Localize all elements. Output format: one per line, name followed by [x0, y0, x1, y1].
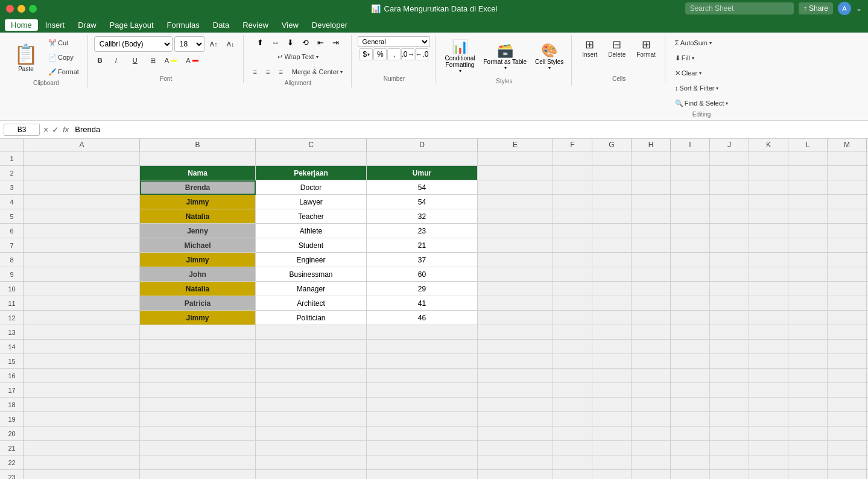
cell-B13[interactable] [140, 325, 256, 340]
cell-F11[interactable] [553, 296, 592, 311]
cell-J7[interactable] [710, 238, 749, 253]
cell-E16[interactable] [478, 369, 553, 383]
cell-L20[interactable] [788, 427, 828, 441]
font-color-button[interactable]: A [182, 54, 201, 67]
row-number-19[interactable]: 19 [0, 412, 24, 427]
row-number-16[interactable]: 16 [0, 369, 24, 383]
indent-increase-button[interactable]: ⇥ [329, 36, 342, 48]
cell-H14[interactable] [632, 340, 671, 354]
increase-font-size-button[interactable]: A↑ [206, 37, 221, 51]
cell-A3[interactable] [24, 180, 140, 195]
cell-C13[interactable] [256, 325, 367, 340]
cell-M19[interactable] [828, 412, 867, 427]
currency-button[interactable]: $▾ [360, 48, 373, 60]
cell-C9[interactable]: Businessman [256, 267, 367, 282]
search-sheet-input[interactable] [685, 2, 794, 14]
cell-H3[interactable] [632, 180, 671, 195]
cell-C21[interactable] [256, 441, 367, 455]
cell-L19[interactable] [788, 412, 828, 427]
row-number-21[interactable]: 21 [0, 441, 24, 455]
cell-M6[interactable] [828, 224, 867, 238]
cell-L3[interactable] [788, 180, 828, 195]
cell-K8[interactable] [749, 253, 788, 267]
cell-I1[interactable] [671, 151, 710, 166]
col-header-l[interactable]: L [788, 139, 828, 151]
confirm-formula-icon[interactable]: ✓ [52, 125, 59, 135]
cell-L13[interactable] [788, 325, 828, 340]
cell-J21[interactable] [710, 441, 749, 455]
cell-C4[interactable]: Lawyer [256, 195, 367, 209]
cell-J5[interactable] [710, 209, 749, 224]
cell-D21[interactable] [367, 441, 478, 455]
format-as-table-button[interactable]: 🗃️ Format as Table ▾ [481, 39, 530, 75]
cell-L6[interactable] [788, 224, 828, 238]
cell-F1[interactable] [553, 151, 592, 166]
cell-G5[interactable] [592, 209, 632, 224]
cell-C16[interactable] [256, 369, 367, 383]
cell-A19[interactable] [24, 412, 140, 427]
col-header-g[interactable]: G [592, 139, 632, 151]
col-header-m[interactable]: M [828, 139, 867, 151]
cell-H22[interactable] [632, 455, 671, 470]
cancel-formula-icon[interactable]: × [43, 125, 48, 135]
cell-F21[interactable] [553, 441, 592, 455]
cell-D17[interactable] [367, 383, 478, 398]
row-number-12[interactable]: 12 [0, 311, 24, 325]
cell-I3[interactable] [671, 180, 710, 195]
row-number-13[interactable]: 13 [0, 325, 24, 340]
cell-G3[interactable] [592, 180, 632, 195]
cell-C5[interactable]: Teacher [256, 209, 367, 224]
cell-A11[interactable] [24, 296, 140, 311]
format-cells-button[interactable]: ⊞ Format [632, 36, 660, 60]
cell-E13[interactable] [478, 325, 553, 340]
cell-I11[interactable] [671, 296, 710, 311]
cell-I15[interactable] [671, 354, 710, 369]
cell-A20[interactable] [24, 427, 140, 441]
cell-K13[interactable] [749, 325, 788, 340]
cell-E15[interactable] [478, 354, 553, 369]
cell-K12[interactable] [749, 311, 788, 325]
cell-B20[interactable] [140, 427, 256, 441]
cell-F2[interactable] [553, 166, 592, 180]
cell-G8[interactable] [592, 253, 632, 267]
cell-B4[interactable]: Jimmy [140, 195, 256, 209]
cell-G19[interactable] [592, 412, 632, 427]
cell-A12[interactable] [24, 311, 140, 325]
cell-reference-box[interactable]: B3 [4, 124, 40, 136]
cell-M22[interactable] [828, 455, 867, 470]
cell-C19[interactable] [256, 412, 367, 427]
cell-L16[interactable] [788, 369, 828, 383]
indent-decrease-button[interactable]: ⇤ [314, 36, 327, 48]
cell-J20[interactable] [710, 427, 749, 441]
cell-H10[interactable] [632, 282, 671, 296]
cell-B12[interactable]: Jimmy [140, 311, 256, 325]
cell-H7[interactable] [632, 238, 671, 253]
cell-I14[interactable] [671, 340, 710, 354]
cell-K3[interactable] [749, 180, 788, 195]
cell-G21[interactable] [592, 441, 632, 455]
row-number-9[interactable]: 9 [0, 267, 24, 282]
col-header-d[interactable]: D [367, 139, 478, 151]
font-name-select[interactable]: Calibri (Body) [94, 36, 173, 52]
cell-A10[interactable] [24, 282, 140, 296]
cell-H11[interactable] [632, 296, 671, 311]
cell-B23[interactable] [140, 470, 256, 479]
cell-F3[interactable] [553, 180, 592, 195]
cell-H20[interactable] [632, 427, 671, 441]
cell-L8[interactable] [788, 253, 828, 267]
row-number-22[interactable]: 22 [0, 455, 24, 470]
clear-button[interactable]: ✕ Clear ▾ [671, 66, 732, 80]
cell-H18[interactable] [632, 398, 671, 412]
cell-D4[interactable]: 54 [367, 195, 478, 209]
cell-I4[interactable] [671, 195, 710, 209]
delete-cells-button[interactable]: ⊟ Delete [604, 36, 630, 60]
cell-I22[interactable] [671, 455, 710, 470]
cell-E7[interactable] [478, 238, 553, 253]
cell-H15[interactable] [632, 354, 671, 369]
cell-C6[interactable]: Athlete [256, 224, 367, 238]
cell-E5[interactable] [478, 209, 553, 224]
cell-J18[interactable] [710, 398, 749, 412]
autosum-button[interactable]: Σ AutoSum ▾ [671, 36, 732, 49]
cell-M16[interactable] [828, 369, 867, 383]
cell-G2[interactable] [592, 166, 632, 180]
